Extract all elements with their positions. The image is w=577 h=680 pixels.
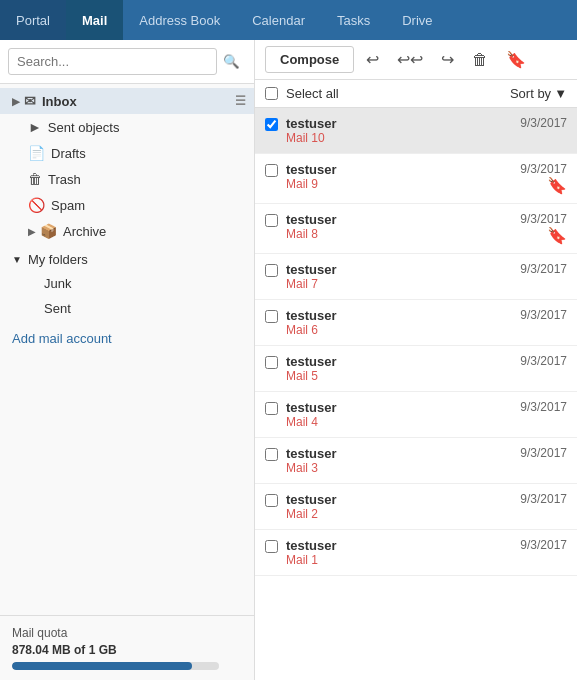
mail-checkbox[interactable] (265, 118, 278, 131)
expand-arrow-archive: ▶ (28, 226, 36, 237)
mail-subject: Mail 6 (286, 323, 502, 337)
mail-checkbox[interactable] (265, 448, 278, 461)
bookmark-icon: 🔖 (502, 226, 567, 245)
spam-label: Spam (51, 198, 85, 213)
mail-checkbox-wrap[interactable] (265, 494, 278, 510)
my-folders-label: My folders (28, 252, 88, 267)
mail-date: 9/3/2017 (502, 538, 567, 552)
mail-checkbox-wrap[interactable] (265, 402, 278, 418)
mail-checkbox-wrap[interactable] (265, 448, 278, 464)
compose-button[interactable]: Compose (265, 46, 354, 73)
nav-item-tasks[interactable]: Tasks (321, 0, 386, 40)
mail-sender: testuser (286, 116, 502, 131)
mail-date: 9/3/2017 (502, 400, 567, 414)
folder-item-inbox[interactable]: ▶ ✉ Inbox ☰ (0, 88, 254, 114)
search-button[interactable]: 🔍 (217, 50, 246, 73)
spam-icon: 🚫 (28, 197, 45, 213)
mail-row[interactable]: testuser Mail 5 9/3/2017 (255, 346, 577, 392)
mail-checkbox-wrap[interactable] (265, 214, 278, 230)
search-icon: 🔍 (223, 54, 240, 69)
bookmark-button[interactable]: 🔖 (500, 46, 532, 73)
mail-row[interactable]: testuser Mail 1 9/3/2017 (255, 530, 577, 576)
mail-checkbox-wrap[interactable] (265, 264, 278, 280)
mail-row[interactable]: testuser Mail 9 9/3/2017 🔖 (255, 154, 577, 204)
delete-button[interactable]: 🗑 (466, 47, 494, 73)
mail-subject: Mail 5 (286, 369, 502, 383)
search-input[interactable] (8, 48, 217, 75)
mail-content: testuser Mail 10 (286, 116, 502, 145)
folder-item-spam[interactable]: 🚫 Spam (0, 192, 254, 218)
sent-objects-label: Sent objects (48, 120, 120, 135)
folder-item-archive[interactable]: ▶ 📦 Archive (0, 218, 254, 244)
toolbar: Compose ↩ ↩↩ ↪ 🗑 🔖 (255, 40, 577, 80)
mail-row[interactable]: testuser Mail 6 9/3/2017 (255, 300, 577, 346)
mail-checkbox-wrap[interactable] (265, 356, 278, 372)
forward-button[interactable]: ↪ (435, 46, 460, 73)
mail-subject: Mail 3 (286, 461, 502, 475)
mail-sender: testuser (286, 354, 502, 369)
mail-subject: Mail 1 (286, 553, 502, 567)
sort-by-button[interactable]: Sort by ▼ (510, 86, 567, 101)
mail-checkbox[interactable] (265, 214, 278, 227)
nav-item-calendar[interactable]: Calendar (236, 0, 321, 40)
select-all-checkbox[interactable] (265, 87, 278, 100)
mail-sender: testuser (286, 308, 502, 323)
drafts-icon: 📄 (28, 145, 45, 161)
mail-checkbox[interactable] (265, 540, 278, 553)
mail-content: testuser Mail 5 (286, 354, 502, 383)
folder-list: ▶ ✉ Inbox ☰ ► Sent objects 📄 Drafts 🗑 Tr… (0, 84, 254, 615)
sent-label: Sent (44, 301, 71, 316)
reply-button[interactable]: ↩ (360, 46, 385, 73)
quota-value: 878.04 MB of 1 GB (12, 643, 242, 657)
mail-checkbox[interactable] (265, 164, 278, 177)
my-folders-section[interactable]: ▼ My folders (0, 244, 254, 271)
mail-sender: testuser (286, 400, 502, 415)
mail-checkbox[interactable] (265, 264, 278, 277)
reply-all-button[interactable]: ↩↩ (391, 46, 429, 73)
archive-label: Archive (63, 224, 106, 239)
mail-row[interactable]: testuser Mail 8 9/3/2017 🔖 (255, 204, 577, 254)
folder-item-sent[interactable]: Sent (0, 296, 254, 321)
mail-checkbox[interactable] (265, 310, 278, 323)
mail-subject: Mail 7 (286, 277, 502, 291)
mail-checkbox[interactable] (265, 402, 278, 415)
add-mail-account-link[interactable]: Add mail account (0, 321, 254, 356)
nav-item-drive[interactable]: Drive (386, 0, 448, 40)
folder-item-trash[interactable]: 🗑 Trash (0, 166, 254, 192)
quota-label: Mail quota (12, 626, 242, 640)
mail-content: testuser Mail 2 (286, 492, 502, 521)
folder-item-junk[interactable]: Junk (0, 271, 254, 296)
search-bar: 🔍 (0, 40, 254, 84)
select-all-label: Select all (286, 86, 339, 101)
mail-row[interactable]: testuser Mail 4 9/3/2017 (255, 392, 577, 438)
mail-sender: testuser (286, 212, 502, 227)
top-nav: Portal Mail Address Book Calendar Tasks … (0, 0, 577, 40)
mail-sender: testuser (286, 492, 502, 507)
inbox-menu-icon[interactable]: ☰ (235, 94, 246, 108)
nav-item-address-book[interactable]: Address Book (123, 0, 236, 40)
folder-item-sent-objects[interactable]: ► Sent objects (0, 114, 254, 140)
expand-arrow-inbox: ▶ (12, 96, 20, 107)
mail-checkbox[interactable] (265, 494, 278, 507)
mail-sender: testuser (286, 262, 502, 277)
nav-item-mail[interactable]: Mail (66, 0, 123, 40)
folder-item-drafts[interactable]: 📄 Drafts (0, 140, 254, 166)
mail-row[interactable]: testuser Mail 3 9/3/2017 (255, 438, 577, 484)
mail-checkbox-wrap[interactable] (265, 540, 278, 556)
mail-content: testuser Mail 4 (286, 400, 502, 429)
sent-objects-icon: ► (28, 119, 42, 135)
mail-checkbox-wrap[interactable] (265, 164, 278, 180)
mail-date: 9/3/2017 (502, 354, 567, 368)
nav-item-portal[interactable]: Portal (0, 0, 66, 40)
mail-checkbox-wrap[interactable] (265, 310, 278, 326)
mail-quota: Mail quota 878.04 MB of 1 GB (0, 615, 254, 680)
mail-checkbox-wrap[interactable] (265, 118, 278, 134)
mail-subject: Mail 4 (286, 415, 502, 429)
mail-content: testuser Mail 3 (286, 446, 502, 475)
mail-row[interactable]: testuser Mail 2 9/3/2017 (255, 484, 577, 530)
mail-row[interactable]: testuser Mail 7 9/3/2017 (255, 254, 577, 300)
mail-content: testuser Mail 7 (286, 262, 502, 291)
mail-checkbox[interactable] (265, 356, 278, 369)
mail-row[interactable]: testuser Mail 10 9/3/2017 (255, 108, 577, 154)
list-header: Select all Sort by ▼ (255, 80, 577, 108)
